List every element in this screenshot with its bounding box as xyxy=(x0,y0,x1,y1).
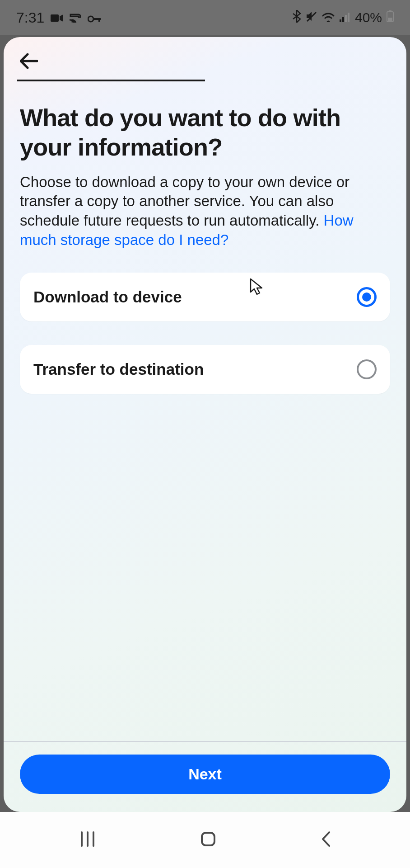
svg-rect-15 xyxy=(202,833,214,845)
battery-percent: 40% xyxy=(355,10,382,25)
system-nav-bar xyxy=(0,812,410,868)
status-left: 7:31 xyxy=(16,9,101,26)
option-list: Download to device Transfer to destinati… xyxy=(20,273,390,394)
content-area: What do you want to do with your informa… xyxy=(4,81,406,741)
key-icon xyxy=(88,9,101,26)
radio-unselected-icon xyxy=(357,359,377,379)
status-bar: 7:31 40% xyxy=(0,0,410,35)
radio-selected-icon xyxy=(357,287,377,307)
page-description: Choose to download a copy to your own de… xyxy=(20,173,390,250)
camera-icon xyxy=(51,9,63,26)
svg-rect-5 xyxy=(340,19,341,22)
status-right: 40% xyxy=(293,10,394,26)
svg-rect-3 xyxy=(98,18,100,22)
modal-header xyxy=(4,37,406,81)
bluetooth-icon xyxy=(293,10,301,26)
footer: Next xyxy=(4,741,406,812)
description-text: Choose to download a copy to your own de… xyxy=(20,174,349,229)
next-button[interactable]: Next xyxy=(20,755,390,794)
modal-dialog: What do you want to do with your informa… xyxy=(4,37,406,812)
svg-point-1 xyxy=(88,16,93,22)
battery-icon xyxy=(387,10,394,25)
signal-icon xyxy=(340,10,350,25)
option-label: Download to device xyxy=(33,288,182,306)
mute-icon xyxy=(305,10,317,25)
recents-button[interactable] xyxy=(79,830,96,849)
svg-rect-6 xyxy=(342,17,344,22)
page-title: What do you want to do with your informa… xyxy=(20,103,390,162)
back-button[interactable] xyxy=(17,49,41,75)
svg-rect-7 xyxy=(345,15,347,22)
option-label: Transfer to destination xyxy=(33,360,204,378)
option-download[interactable]: Download to device xyxy=(20,273,390,321)
svg-rect-8 xyxy=(348,13,349,22)
arrow-left-icon xyxy=(20,53,38,69)
cast-icon xyxy=(70,9,81,26)
status-time: 7:31 xyxy=(16,9,44,26)
option-transfer[interactable]: Transfer to destination xyxy=(20,345,390,394)
back-nav-button[interactable] xyxy=(320,830,331,849)
svg-rect-11 xyxy=(388,18,392,21)
wifi-icon xyxy=(321,10,335,25)
svg-rect-0 xyxy=(51,14,59,22)
home-button[interactable] xyxy=(200,830,217,849)
